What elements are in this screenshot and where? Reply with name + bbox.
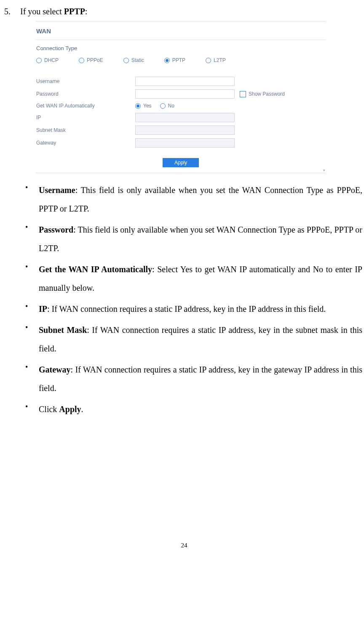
username-label: Username	[36, 78, 135, 85]
list-item: Subnet Mask: If WAN connection requires …	[25, 321, 364, 358]
step-text: If you select PPTP:	[20, 5, 87, 18]
connection-type-label: Connection Type	[35, 40, 326, 55]
step-number: 5.	[4, 5, 14, 18]
page-number: 24	[4, 541, 364, 550]
list-item: Password: This field is only available w…	[25, 220, 364, 257]
get-wan-yes-radio[interactable]: Yes	[135, 102, 152, 110]
connection-type-pptp[interactable]: PPTP	[164, 56, 185, 64]
username-input[interactable]	[135, 77, 235, 86]
wan-title: WAN	[35, 21, 326, 40]
ip-input[interactable]	[135, 113, 235, 122]
connection-type-l2tp[interactable]: L2TP	[206, 56, 226, 64]
show-password-checkbox[interactable]	[240, 91, 246, 97]
get-wan-no-radio[interactable]: No	[160, 102, 174, 110]
list-item: Click Apply.	[25, 400, 364, 418]
connection-type-radios: DHCPPPPoEStaticPPTPL2TP	[35, 55, 326, 69]
radio-icon	[135, 103, 141, 109]
gateway-input[interactable]	[135, 138, 235, 147]
connection-type-static[interactable]: Static	[123, 56, 144, 64]
radio-icon	[164, 58, 170, 63]
description-list: Username: This field is only available w…	[25, 181, 364, 418]
apply-button[interactable]: Apply	[163, 158, 199, 167]
get-wan-ip-row: Get WAN IP Automatically Yes No	[35, 100, 326, 111]
router-config-screenshot: WAN Connection Type DHCPPPPoEStaticPPTPL…	[35, 21, 326, 173]
connection-type-dhcp[interactable]: DHCP	[36, 56, 59, 64]
subnet-input[interactable]	[135, 126, 235, 135]
gateway-label: Gateway	[36, 139, 135, 147]
radio-icon	[160, 103, 166, 109]
subnet-row: Subnet Mask	[35, 124, 326, 137]
ip-label: IP	[36, 114, 135, 121]
password-input[interactable]	[135, 89, 235, 99]
ip-row: IP	[35, 111, 326, 124]
list-item: Gateway: If WAN connection requires a st…	[25, 360, 364, 397]
list-item: Get the WAN IP Automatically: Select Yes…	[25, 260, 364, 297]
password-label: Password	[36, 90, 135, 98]
gateway-row: Gateway	[35, 137, 326, 149]
list-item: IP: If WAN connection requires a static …	[25, 300, 364, 318]
list-item: Username: This field is only available w…	[25, 181, 364, 218]
username-row: Username	[35, 75, 326, 88]
scroll-down-icon[interactable]: ▾	[322, 168, 326, 173]
radio-icon	[36, 58, 42, 63]
radio-icon	[206, 58, 211, 63]
subnet-label: Subnet Mask	[36, 126, 135, 134]
show-password-label: Show Password	[249, 90, 285, 98]
radio-icon	[79, 58, 84, 63]
radio-icon	[123, 58, 129, 63]
password-row: Password Show Password	[35, 88, 326, 100]
get-wan-ip-label: Get WAN IP Automatically	[36, 102, 135, 110]
step-5-instruction: 5. If you select PPTP:	[4, 5, 364, 18]
connection-type-pppoe[interactable]: PPPoE	[79, 56, 103, 64]
